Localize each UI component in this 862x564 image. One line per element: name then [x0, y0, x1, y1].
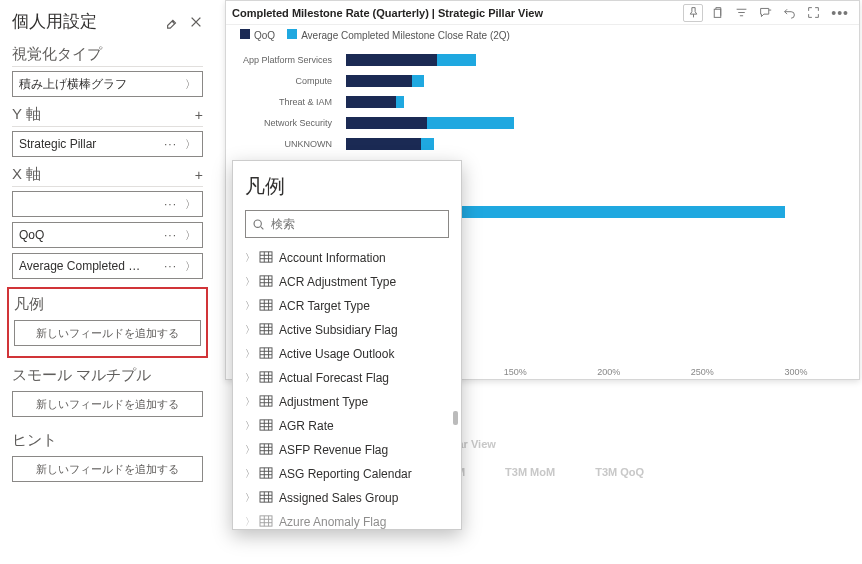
chevron-right-icon: 〉: [185, 259, 196, 274]
legend-swatch-avg: [287, 29, 297, 39]
viz-type-dropdown[interactable]: 積み上げ横棒グラフ 〉: [12, 71, 203, 97]
bar-segment[interactable]: [346, 117, 427, 129]
x-axis-field-0[interactable]: ···〉: [12, 191, 203, 217]
table-icon: [259, 347, 273, 362]
x-axis-label: X 軸+: [12, 165, 203, 187]
bar-segment[interactable]: [346, 96, 396, 108]
comment-icon[interactable]: [755, 4, 775, 22]
svg-rect-11: [260, 467, 272, 477]
field-list: 〉Account Information〉ACR Adjustment Type…: [245, 246, 449, 534]
x-axis-field-2[interactable]: Average Completed … ···〉: [12, 253, 203, 279]
field-search-input[interactable]: [271, 217, 442, 231]
x-axis-field-1[interactable]: QoQ ···〉: [12, 222, 203, 248]
popup-title: 凡例: [245, 173, 449, 200]
field-picker-item[interactable]: 〉Azure Anomaly Flag: [245, 510, 449, 534]
close-icon[interactable]: [189, 15, 203, 29]
chevron-right-icon: 〉: [185, 77, 196, 92]
undo-icon[interactable]: [779, 4, 799, 22]
add-x-field-icon[interactable]: +: [195, 167, 203, 183]
table-icon: [259, 419, 273, 434]
scrollbar-thumb[interactable]: [453, 411, 458, 425]
y-axis-field-0[interactable]: Strategic Pillar ···〉: [12, 131, 203, 157]
field-name: ASFP Revenue Flag: [279, 443, 388, 457]
svg-rect-4: [260, 299, 272, 309]
chevron-right-icon: 〉: [185, 197, 196, 212]
svg-rect-0: [714, 9, 721, 17]
legend-add-field[interactable]: 新しいフィールドを追加する: [14, 320, 201, 346]
field-picker-item[interactable]: 〉AGR Rate: [245, 414, 449, 438]
bar-row[interactable]: UNKNOWN: [346, 135, 819, 153]
bar-segment[interactable]: [346, 138, 421, 150]
field-picker-item[interactable]: 〉ASFP Revenue Flag: [245, 438, 449, 462]
filter-icon[interactable]: [731, 4, 751, 22]
panel-title: 個人用設定: [12, 10, 97, 33]
legend-swatch-qoq: [240, 29, 250, 39]
chevron-right-icon: 〉: [185, 137, 196, 152]
table-icon: [259, 275, 273, 290]
field-search[interactable]: [245, 210, 449, 238]
bar-category-label: Network Security: [226, 118, 338, 128]
field-name: Azure Anomaly Flag: [279, 515, 386, 529]
chevron-right-icon: 〉: [245, 251, 253, 265]
field-name: AGR Rate: [279, 419, 334, 433]
table-icon: [259, 491, 273, 506]
field-picker-item[interactable]: 〉Actual Forecast Flag: [245, 366, 449, 390]
bar-segment[interactable]: [427, 117, 513, 129]
bar-row[interactable]: Network Security: [346, 114, 819, 132]
reset-icon[interactable]: [165, 15, 179, 29]
table-icon: [259, 251, 273, 266]
tooltip-label: ヒント: [12, 431, 203, 452]
svg-rect-13: [260, 515, 272, 525]
chevron-right-icon: 〉: [245, 419, 253, 433]
more-options-icon[interactable]: •••: [827, 5, 853, 21]
legend-label: 凡例: [14, 295, 201, 316]
chevron-right-icon: 〉: [245, 515, 253, 529]
bar-row[interactable]: App Platform Services: [346, 51, 819, 69]
chevron-right-icon: 〉: [245, 443, 253, 457]
bar-segment[interactable]: [346, 75, 412, 87]
chevron-right-icon: 〉: [245, 491, 253, 505]
copy-icon[interactable]: [707, 4, 727, 22]
tooltip-add-field[interactable]: 新しいフィールドを追加する: [12, 456, 203, 482]
field-name: ACR Target Type: [279, 299, 370, 313]
pin-icon[interactable]: [683, 4, 703, 22]
field-picker-item[interactable]: 〉Account Information: [245, 246, 449, 270]
small-multiples-add-field[interactable]: 新しいフィールドを追加する: [12, 391, 203, 417]
bar-category-label: Compute: [226, 76, 338, 86]
personalize-panel: 個人用設定 視覚化タイプ 積み上げ横棒グラフ 〉 Y 軸+ Strategic …: [0, 0, 215, 564]
field-picker-item[interactable]: 〉ASG Reporting Calendar: [245, 462, 449, 486]
chevron-right-icon: 〉: [245, 275, 253, 289]
field-picker-item[interactable]: 〉Adjustment Type: [245, 390, 449, 414]
chevron-right-icon: 〉: [185, 228, 196, 243]
svg-rect-10: [260, 443, 272, 453]
bar-segment[interactable]: [346, 54, 437, 66]
bar-category-label: App Platform Services: [226, 55, 338, 65]
table-icon: [259, 299, 273, 314]
svg-rect-7: [260, 371, 272, 381]
chevron-right-icon: 〉: [245, 371, 253, 385]
table-icon: [259, 371, 273, 386]
bar-segment[interactable]: [412, 75, 425, 87]
svg-rect-5: [260, 323, 272, 333]
visual-toolbar: •••: [683, 4, 853, 22]
svg-point-1: [254, 220, 261, 227]
field-name: Account Information: [279, 251, 386, 265]
field-name: Actual Forecast Flag: [279, 371, 389, 385]
field-name: ACR Adjustment Type: [279, 275, 396, 289]
chart-legend: QoQ Average Completed Milestone Close Ra…: [226, 25, 859, 47]
focus-mode-icon[interactable]: [803, 4, 823, 22]
bar-segment[interactable]: [396, 96, 404, 108]
chevron-right-icon: 〉: [245, 323, 253, 337]
field-picker-item[interactable]: 〉ACR Target Type: [245, 294, 449, 318]
add-y-field-icon[interactable]: +: [195, 107, 203, 123]
bar-row[interactable]: Compute: [346, 72, 819, 90]
field-name: Active Subsidiary Flag: [279, 323, 398, 337]
bar-segment[interactable]: [421, 138, 434, 150]
bar-segment[interactable]: [437, 54, 476, 66]
bar-row[interactable]: Threat & IAM: [346, 93, 819, 111]
field-picker-item[interactable]: 〉ACR Adjustment Type: [245, 270, 449, 294]
field-name: Assigned Sales Group: [279, 491, 398, 505]
field-picker-item[interactable]: 〉Active Subsidiary Flag: [245, 318, 449, 342]
field-picker-item[interactable]: 〉Active Usage Outlook: [245, 342, 449, 366]
field-picker-item[interactable]: 〉Assigned Sales Group: [245, 486, 449, 510]
